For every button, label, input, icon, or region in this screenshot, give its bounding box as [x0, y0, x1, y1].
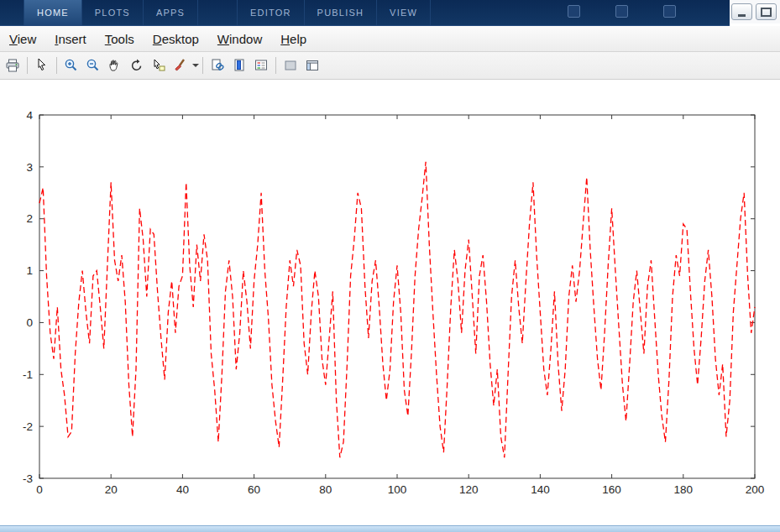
ribbon-tab-plots[interactable]: PLOTS — [82, 0, 144, 25]
toolbar-separator — [275, 57, 276, 74]
svg-text:200: 200 — [746, 483, 765, 496]
ribbon-tab-editor[interactable]: EDITOR — [237, 0, 305, 25]
pan-hand-icon — [107, 58, 123, 73]
svg-text:40: 40 — [176, 483, 189, 496]
brush-dropdown-chevron-icon[interactable] — [192, 64, 199, 67]
menu-tools[interactable]: Tools — [96, 29, 144, 50]
plot-axes[interactable]: 020406080100120140160180200-3-2-101234 — [0, 81, 780, 526]
minimize-button[interactable] — [731, 3, 752, 20]
svg-text:0: 0 — [26, 316, 33, 329]
link-plots-icon — [210, 58, 225, 73]
menu-desktop[interactable]: Desktop — [144, 29, 208, 50]
maximize-icon — [761, 8, 772, 17]
data-cursor-button[interactable] — [148, 55, 170, 76]
svg-text:120: 120 — [459, 483, 479, 496]
brush-icon — [173, 58, 188, 73]
show-plot-tools-button[interactable] — [301, 55, 323, 76]
svg-text:1: 1 — [26, 264, 33, 277]
svg-text:2: 2 — [26, 212, 33, 225]
menu-insert[interactable]: Insert — [45, 29, 96, 50]
svg-text:4: 4 — [26, 109, 33, 122]
data-cursor-icon — [151, 58, 166, 73]
svg-text:-3: -3 — [23, 472, 33, 485]
figure-toolbar — [0, 52, 780, 80]
toolbar-separator — [202, 57, 203, 74]
zoom-out-icon — [86, 58, 101, 73]
zoom-out-button[interactable] — [82, 55, 104, 76]
svg-text:160: 160 — [602, 483, 621, 496]
insert-legend-icon — [254, 58, 269, 73]
bottom-strip — [0, 525, 780, 532]
matlab-figure-window: HOME PLOTS APPS EDITOR PUBLISH VIEW View… — [0, 0, 780, 532]
insert-legend-button[interactable] — [250, 55, 272, 76]
pan-button[interactable] — [104, 55, 126, 76]
svg-text:100: 100 — [388, 483, 407, 496]
edit-plot-button[interactable] — [31, 55, 53, 76]
hide-plot-tools-icon — [283, 58, 298, 73]
svg-text:-2: -2 — [23, 420, 33, 433]
toolbar-separator — [56, 57, 57, 74]
svg-text:3: 3 — [26, 161, 33, 174]
svg-text:0: 0 — [36, 483, 43, 496]
brush-button[interactable] — [170, 55, 191, 76]
ribbon-icon[interactable] — [663, 5, 676, 18]
minimize-icon — [738, 14, 746, 17]
print-icon — [5, 58, 20, 73]
svg-text:140: 140 — [531, 483, 550, 496]
menu-bar: View Insert Tools Desktop Window Help — [0, 26, 780, 52]
ribbon-tab-home[interactable]: HOME — [24, 0, 82, 25]
zoom-in-icon — [64, 58, 79, 73]
rotate-3d-icon — [129, 58, 144, 73]
zoom-in-button[interactable] — [60, 55, 82, 76]
maximize-button[interactable] — [756, 3, 777, 20]
ribbon-tab-publish[interactable]: PUBLISH — [305, 0, 377, 25]
link-plot-button[interactable] — [207, 55, 228, 76]
print-button[interactable] — [2, 55, 24, 76]
insert-colorbar-button[interactable] — [228, 55, 250, 76]
insert-colorbar-icon — [232, 58, 247, 73]
hide-plot-tools-button[interactable] — [280, 55, 301, 76]
ribbon-quick-icons — [568, 5, 676, 18]
arrow-cursor-icon — [34, 58, 50, 73]
menu-view[interactable]: View — [0, 29, 45, 50]
ribbon-icon[interactable] — [568, 5, 580, 18]
svg-text:-1: -1 — [23, 368, 33, 381]
svg-text:20: 20 — [105, 483, 118, 496]
svg-text:60: 60 — [248, 483, 260, 496]
ribbon-tab-apps[interactable]: APPS — [144, 0, 198, 25]
menu-help[interactable]: Help — [271, 29, 316, 50]
rotate-3d-button[interactable] — [126, 55, 148, 76]
menu-window[interactable]: Window — [208, 29, 271, 50]
show-plot-tools-icon — [305, 58, 320, 73]
window-controls — [730, 0, 780, 23]
ribbon-tab-view[interactable]: VIEW — [377, 0, 431, 25]
svg-text:180: 180 — [674, 483, 694, 496]
ribbon-icon[interactable] — [615, 5, 628, 18]
figure-canvas[interactable]: 020406080100120140160180200-3-2-101234 — [0, 81, 780, 526]
toolbar-separator — [27, 57, 28, 74]
ribbon-bar: HOME PLOTS APPS EDITOR PUBLISH VIEW — [0, 0, 730, 26]
svg-text:80: 80 — [319, 483, 332, 496]
